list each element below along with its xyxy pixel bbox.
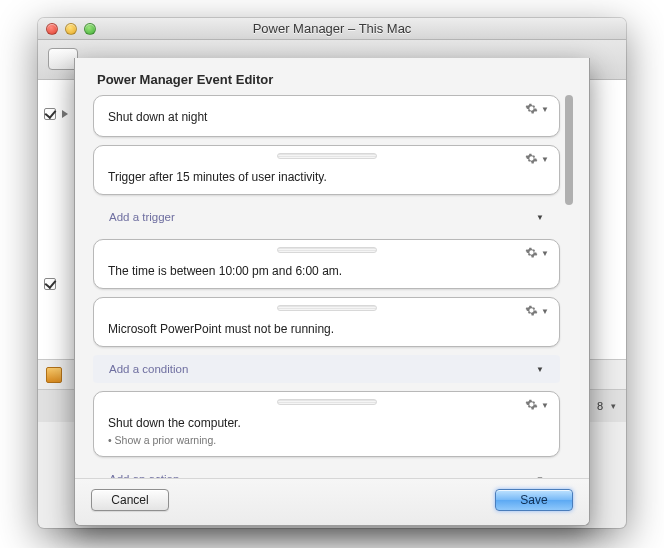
window-title: Power Manager – This Mac [38,21,626,36]
event-editor-sheet: Power Manager Event Editor ▼ Shut down a… [74,58,590,526]
condition-card: ▼ The time is between 10:00 pm and 6:00 … [93,239,560,289]
bg-row-1 [44,108,68,120]
cancel-button[interactable]: Cancel [91,489,169,511]
gear-menu[interactable]: ▼ [525,152,549,165]
action-subtext: • Show a prior warning. [108,434,545,446]
sheet-title: Power Manager Event Editor [97,72,567,87]
chevron-down-icon: ▼ [541,105,549,114]
cancel-button-label: Cancel [111,493,148,507]
action-text: Shut down the computer. [108,416,545,430]
scrollbar-thumb[interactable] [565,95,573,205]
traffic-lights [46,23,96,35]
chevron-icon: ▾ [611,401,616,411]
condition-text: The time is between 10:00 pm and 6:00 am… [108,264,545,278]
event-name[interactable]: Shut down at night [108,110,545,124]
drag-handle-icon[interactable] [277,305,377,311]
minimize-icon[interactable] [65,23,77,35]
folder-icon [46,367,62,383]
save-button-label: Save [520,493,547,507]
bg-right-text: 8 [597,400,603,412]
disclosure-icon [62,110,68,118]
chevron-down-icon: ▼ [541,307,549,316]
gear-icon [525,398,538,411]
add-condition-label: Add a condition [109,363,188,375]
sheet-footer: Cancel Save [75,478,589,525]
condition-card: ▼ Microsoft PowerPoint must not be runni… [93,297,560,347]
trigger-text: Trigger after 15 minutes of user inactiv… [108,170,545,184]
chevron-down-icon: ▼ [536,365,544,374]
drag-handle-icon[interactable] [277,399,377,405]
gear-menu[interactable]: ▼ [525,102,549,115]
gear-icon [525,152,538,165]
gear-menu[interactable]: ▼ [525,304,549,317]
close-icon[interactable] [46,23,58,35]
gear-icon [525,304,538,317]
trigger-card: ▼ Trigger after 15 minutes of user inact… [93,145,560,195]
add-action-row[interactable]: Add an action ▼ [93,465,560,478]
chevron-down-icon: ▼ [536,213,544,222]
sheet-scroll-area: ▼ Shut down at night ▼ Trigger after 15 … [93,95,579,478]
add-trigger-label: Add a trigger [109,211,175,223]
drag-handle-icon[interactable] [277,247,377,253]
gear-menu[interactable]: ▼ [525,246,549,259]
add-action-label: Add an action [109,473,179,478]
titlebar: Power Manager – This Mac [38,18,626,40]
checkbox-icon[interactable] [44,278,56,290]
chevron-down-icon: ▼ [541,155,549,164]
gear-icon [525,246,538,259]
add-condition-row[interactable]: Add a condition ▼ [93,355,560,383]
scrollbar[interactable] [562,95,576,478]
sheet-header: Power Manager Event Editor [75,58,589,95]
gear-menu[interactable]: ▼ [525,398,549,411]
add-trigger-row[interactable]: Add a trigger ▼ [93,203,560,231]
bg-row-2 [44,278,56,290]
chevron-down-icon: ▼ [536,475,544,479]
zoom-icon[interactable] [84,23,96,35]
drag-handle-icon[interactable] [277,153,377,159]
condition-text: Microsoft PowerPoint must not be running… [108,322,545,336]
gear-icon [525,102,538,115]
save-button[interactable]: Save [495,489,573,511]
chevron-down-icon: ▼ [541,401,549,410]
checkbox-icon[interactable] [44,108,56,120]
event-name-card: ▼ Shut down at night [93,95,560,137]
action-card: ▼ Shut down the computer. • Show a prior… [93,391,560,457]
chevron-down-icon: ▼ [541,249,549,258]
